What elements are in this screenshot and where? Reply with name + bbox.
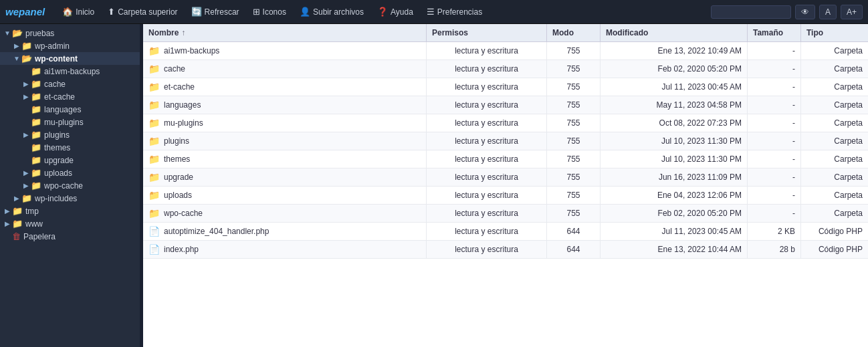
nav-inicio[interactable]: 🏠 Inicio [56, 0, 101, 23]
folder-icon: 📁 [148, 154, 160, 164]
header-tipo: Tipo [801, 24, 868, 41]
file-modo-cell: 755 [547, 78, 601, 96]
sidebar-item-label: languages [44, 105, 81, 114]
sidebar-item-pruebas[interactable]: ▼📂pruebas [0, 27, 140, 39]
file-name-label: languages [164, 100, 201, 110]
font-normal-button[interactable]: A [819, 5, 837, 19]
file-name-label: uploads [164, 191, 192, 200]
table-row[interactable]: 📁upgradelectura y escritura755Jun 16, 20… [143, 168, 868, 187]
sidebar-item-tmp[interactable]: ▶📁tmp [0, 205, 140, 217]
tree-toggle-icon: ▶ [12, 41, 21, 51]
nav-ayuda[interactable]: ❓ Ayuda [370, 0, 420, 23]
sidebar-item-label: et-cache [44, 92, 75, 102]
sidebar-item-label: wp-includes [35, 194, 77, 203]
file-name-label: upgrade [164, 172, 193, 182]
file-modificado-cell: Oct 08, 2022 07:23 PM [601, 114, 748, 132]
nav-carpeta-superior[interactable]: ⬆ Carpeta superior [101, 0, 184, 23]
sidebar-item-www[interactable]: ▶📁www [0, 217, 140, 230]
table-row[interactable]: 📁cachelectura y escritura755Feb 02, 2020… [143, 60, 868, 78]
folder-icon: 📁 [148, 100, 160, 110]
file-name-cell: 📄autoptimize_404_handler.php [143, 223, 427, 240]
file-name-cell: 📁cache [143, 60, 427, 78]
file-name-label: autoptimize_404_handler.php [164, 227, 269, 236]
sidebar-item-themes[interactable]: 📁themes [0, 141, 140, 154]
table-row[interactable]: 📄index.phplectura y escritura644Ene 13, … [143, 241, 868, 259]
file-modificado-cell: Jul 10, 2023 11:30 PM [601, 132, 748, 150]
main-area: ▼📂pruebas▶📁wp-admin▼📂wp-content📁ai1wm-ba… [0, 24, 868, 347]
tree-toggle-icon: ▶ [21, 181, 31, 191]
file-name-cell: 📁wpo-cache [143, 205, 427, 222]
file-name-cell: 📁ai1wm-backups [143, 42, 427, 60]
table-row[interactable]: 📁ai1wm-backupslectura y escritura755Ene … [143, 42, 868, 60]
file-tamano-cell: - [748, 42, 801, 60]
sidebar-item-ai1wm-backups[interactable]: 📁ai1wm-backups [0, 65, 140, 78]
header-nombre[interactable]: Nombre ↑ [143, 24, 427, 41]
sidebar-item-plugins[interactable]: ▶📁plugins [0, 128, 140, 141]
file-permisos-cell: lectura y escritura [427, 78, 547, 96]
file-name-label: cache [164, 64, 185, 74]
sidebar-item-upgrade[interactable]: 📁upgrade [0, 154, 140, 166]
file-modo-cell: 755 [547, 60, 601, 78]
sidebar-item-wpo-cache[interactable]: ▶📁wpo-cache [0, 179, 140, 192]
sidebar-item-et-cache[interactable]: ▶📁et-cache [0, 90, 140, 103]
sidebar-item-mu-plugins[interactable]: 📁mu-plugins [0, 116, 140, 128]
folder-icon: 📁 [31, 117, 41, 127]
file-permisos-cell: lectura y escritura [427, 223, 547, 240]
table-row[interactable]: 📁languageslectura y escritura755May 11, … [143, 96, 868, 114]
font-large-button[interactable]: A+ [841, 5, 863, 19]
folder-icon: 📂 [21, 53, 32, 64]
table-row[interactable]: 📁pluginslectura y escritura755Jul 10, 20… [143, 132, 868, 150]
sidebar-item-label: cache [44, 80, 66, 89]
sidebar-item-wp-includes[interactable]: ▶📁wp-includes [0, 192, 140, 205]
tree-toggle-icon: ▼ [12, 54, 21, 64]
eye-button[interactable]: 👁 [795, 5, 815, 19]
file-name-cell: 📁upgrade [143, 168, 427, 186]
nav-ayuda-label: Ayuda [391, 7, 413, 17]
up-icon: ⬆ [108, 7, 115, 17]
header-modo: Modo [547, 24, 601, 41]
folder-icon: 📁 [31, 130, 41, 140]
sidebar-item-cache[interactable]: ▶📁cache [0, 78, 140, 90]
file-permisos-cell: lectura y escritura [427, 42, 547, 60]
nav-iconos[interactable]: ⊞ Iconos [246, 0, 293, 23]
sidebar-item-papelera[interactable]: 🗑Papelera [0, 230, 140, 243]
folder-icon: 📁 [31, 66, 41, 76]
tree-toggle-icon [21, 118, 31, 127]
file-modo-cell: 755 [547, 150, 601, 168]
sidebar-item-label: mu-plugins [44, 118, 84, 127]
table-row[interactable]: 📁et-cachelectura y escritura755Jul 11, 2… [143, 78, 868, 96]
table-row[interactable]: 📄autoptimize_404_handler.phplectura y es… [143, 223, 868, 241]
file-permisos-cell: lectura y escritura [427, 168, 547, 186]
file-pane: Nombre ↑ Permisos Modo Modificado Tamaño… [143, 24, 868, 347]
file-tamano-cell: - [748, 114, 801, 132]
folder-icon: 📁 [12, 206, 23, 216]
tree-toggle-icon: ▼ [3, 29, 12, 38]
sidebar-item-wp-admin[interactable]: ▶📁wp-admin [0, 39, 140, 52]
table-row[interactable]: 📁mu-pluginslectura y escritura755Oct 08,… [143, 114, 868, 132]
file-permisos-cell: lectura y escritura [427, 205, 547, 222]
table-row[interactable]: 📁uploadslectura y escritura755Ene 04, 20… [143, 187, 868, 205]
file-name-label: index.php [164, 245, 199, 254]
file-name-label: plugins [164, 136, 189, 146]
nav-subir[interactable]: 👤 Subir archivos [293, 0, 370, 23]
nav-preferencias[interactable]: ☰ Preferencias [420, 0, 489, 23]
file-name-cell: 📁et-cache [143, 78, 427, 96]
search-input[interactable] [711, 5, 791, 19]
sidebar-item-uploads[interactable]: ▶📁uploads [0, 166, 140, 179]
table-row[interactable]: 📁themeslectura y escritura755Jul 10, 202… [143, 150, 868, 168]
sidebar-item-wp-content[interactable]: ▼📂wp-content [0, 52, 140, 65]
header-nombre-label: Nombre [148, 28, 179, 37]
folder-icon: 📁 [148, 172, 160, 183]
header-modificado: Modificado [601, 24, 748, 41]
file-permisos-cell: lectura y escritura [427, 132, 547, 150]
nav-refrescar[interactable]: 🔄 Refrescar [185, 0, 246, 23]
nav-refrescar-label: Refrescar [205, 7, 239, 17]
file-modificado-cell: Ene 13, 2022 10:44 AM [601, 241, 748, 258]
file-name-cell: 📁languages [143, 96, 427, 114]
sidebar-item-label: Papelera [23, 232, 56, 241]
file-name-label: mu-plugins [164, 118, 203, 128]
file-modo-cell: 755 [547, 132, 601, 150]
sidebar-item-label: plugins [44, 130, 70, 140]
table-row[interactable]: 📁wpo-cachelectura y escritura755Feb 02, … [143, 205, 868, 223]
sidebar-item-languages[interactable]: 📁languages [0, 103, 140, 116]
